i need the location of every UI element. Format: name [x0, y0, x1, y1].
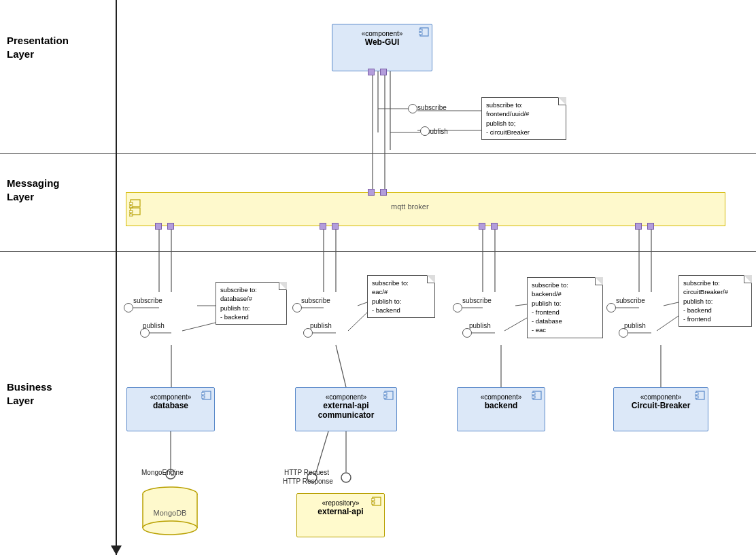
port-broker-backend-1: [479, 223, 485, 230]
port-broker-db-2: [167, 223, 174, 230]
note-eac: subscribe to:eac/#publish to:- backend: [367, 275, 435, 318]
note-web-gui: subscribe to:frontend/uuid/#publish to;-…: [481, 97, 566, 140]
web-gui-name: Web-GUI: [337, 37, 428, 47]
eac-subscribe-label: subscribe: [301, 297, 330, 304]
eac-publish-circle: [303, 328, 313, 338]
svg-rect-64: [371, 499, 375, 501]
port-broker-top-2: [380, 189, 387, 196]
web-gui-stereotype: «component»: [337, 30, 428, 37]
presentation-layer-label: PresentationLayer: [7, 34, 69, 60]
svg-rect-43: [419, 29, 422, 31]
svg-rect-49: [129, 211, 133, 213]
svg-line-27: [504, 318, 527, 331]
divider-presentation-messaging: [0, 153, 756, 154]
mongodb-svg: MongoDB: [136, 486, 204, 537]
eac-subscribe-circle: [292, 303, 302, 312]
database-stereotype: «component»: [131, 393, 210, 401]
divider-messaging-business: [0, 251, 756, 252]
port-web-gui-1: [368, 69, 375, 75]
svg-line-26: [515, 304, 527, 306]
svg-rect-68: [532, 396, 535, 398]
broker-label: mqtt broker: [391, 202, 429, 211]
svg-line-34: [657, 316, 678, 331]
port-broker-eac-2: [332, 223, 339, 230]
cb-stereotype: «component»: [618, 393, 704, 401]
svg-point-58: [143, 521, 197, 535]
port-broker-cb-2: [647, 223, 654, 230]
svg-rect-62: [383, 396, 387, 398]
broker-icon: [129, 198, 144, 221]
web-gui-component: «component» Web-GUI: [332, 24, 432, 71]
http-response-label: HTTP Response: [283, 478, 333, 485]
svg-rect-65: [371, 502, 375, 504]
ext-api-name: external-api: [301, 507, 380, 516]
backend-publish-label: publish: [469, 322, 491, 329]
svg-rect-46: [129, 202, 133, 204]
vertical-flow-arrow: [116, 0, 117, 555]
svg-rect-44: [419, 33, 422, 35]
eac-component: «component» external-apicommunicator: [295, 387, 397, 431]
eac-publish-label: publish: [310, 322, 332, 329]
backend-name: backend: [462, 401, 540, 410]
svg-rect-61: [383, 393, 387, 395]
cb-subscribe-circle: [606, 303, 616, 312]
ext-api-stereotype: «repository»: [301, 499, 380, 507]
svg-line-38: [316, 431, 328, 472]
db-publish-label: publish: [143, 322, 165, 329]
port-broker-top-1: [368, 189, 375, 196]
backend-stereotype: «component»: [462, 393, 540, 401]
port-broker-backend-2: [491, 223, 498, 230]
eac-stereotype: «component»: [300, 393, 392, 401]
circuit-breaker-component: «component» Circuit-Breaker: [613, 387, 708, 431]
db-subscribe-circle: [124, 303, 133, 312]
svg-point-41: [341, 473, 351, 482]
web-gui-subscribe-label: subscribe: [417, 104, 447, 111]
svg-line-21: [336, 345, 346, 387]
web-gui-publish-circle: [420, 126, 430, 136]
svg-rect-70: [695, 393, 698, 395]
svg-text:MongoDB: MongoDB: [154, 509, 187, 517]
database-name: database: [131, 401, 210, 410]
svg-line-33: [664, 302, 678, 306]
ext-api-icon: [371, 496, 382, 507]
external-api-repo: «repository» external-api: [296, 493, 385, 537]
http-request-label: HTTP Request: [284, 469, 329, 476]
database-comp-icon: [201, 390, 212, 401]
db-publish-circle: [140, 328, 150, 338]
svg-line-19: [358, 302, 367, 306]
svg-rect-67: [532, 393, 535, 395]
cb-name: Circuit-Breaker: [618, 401, 704, 410]
svg-rect-52: [201, 393, 205, 395]
svg-rect-53: [201, 396, 205, 398]
svg-line-20: [348, 312, 367, 331]
messaging-layer-label: MessagingLayer: [7, 177, 60, 203]
eac-name: external-apicommunicator: [300, 401, 392, 420]
port-broker-db-1: [155, 223, 162, 230]
port-broker-cb-1: [635, 223, 642, 230]
backend-subscribe-circle: [453, 303, 462, 312]
business-layer-label: BusinessLayer: [7, 380, 52, 407]
db-subscribe-label: subscribe: [133, 297, 162, 304]
web-gui-subscribe-circle: [408, 104, 417, 113]
cb-comp-icon: [695, 390, 706, 401]
database-component: «component» database: [126, 387, 215, 431]
cb-publish-label: publish: [624, 322, 646, 329]
port-web-gui-2: [380, 69, 387, 75]
backend-component: «component» backend: [457, 387, 545, 431]
backend-subscribe-label: subscribe: [462, 297, 492, 304]
mongoengine-label: MongoEngine: [141, 469, 184, 476]
mongodb-cylinder: MongoDB: [136, 486, 204, 537]
eac-comp-icon: [383, 390, 394, 401]
note-database: subscribe to:database/#publish to:- back…: [216, 282, 287, 325]
backend-comp-icon: [532, 390, 543, 401]
component-icon: [419, 26, 430, 37]
svg-rect-50: [129, 214, 133, 216]
backend-publish-circle: [462, 328, 472, 338]
note-backend: subscribe to:backend/#publish to:- front…: [527, 277, 603, 338]
svg-line-13: [182, 323, 216, 331]
cb-publish-circle: [619, 328, 628, 338]
svg-rect-71: [695, 396, 698, 398]
port-broker-eac-1: [320, 223, 326, 230]
cb-subscribe-label: subscribe: [616, 297, 645, 304]
note-circuit-breaker: subscribe to:circuitBreaker/#publish to:…: [678, 275, 752, 327]
